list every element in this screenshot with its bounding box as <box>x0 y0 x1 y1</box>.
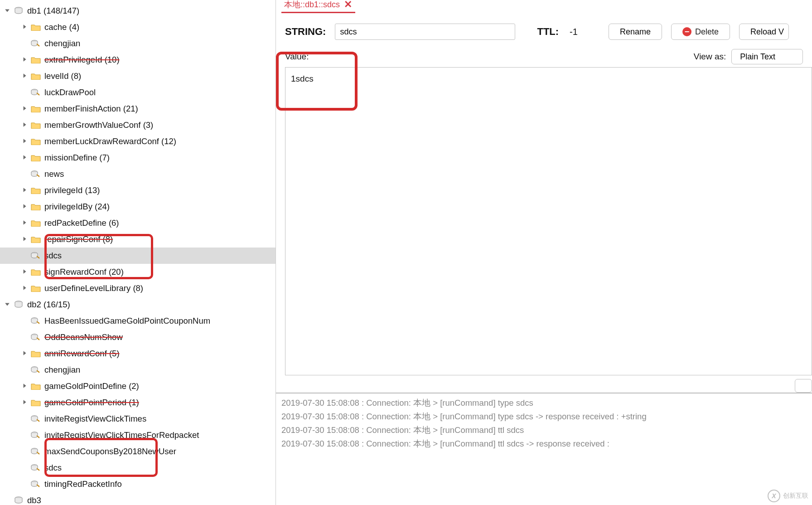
ttl-value: -1 <box>570 27 578 37</box>
tree-key[interactable]: news <box>0 166 276 182</box>
tree-key[interactable]: sdcs <box>0 460 276 476</box>
tree-folder[interactable]: extraPrivilegeId (10) <box>0 52 276 68</box>
tree-folder[interactable]: gameGoldPointPeriod (1) <box>0 394 276 411</box>
chevron-right-icon[interactable] <box>22 204 28 210</box>
log-console[interactable]: 2019-07-30 15:08:08 : Connection: 本地 > [… <box>276 393 812 461</box>
chevron-right-icon <box>22 252 28 259</box>
key-icon <box>31 333 41 341</box>
chevron-right-icon <box>22 318 28 324</box>
chevron-right-icon[interactable] <box>22 269 28 275</box>
log-line: 2019-07-30 15:08:08 : Connection: 本地 > [… <box>281 423 807 437</box>
tree-item-label: repairSignConf (8) <box>44 234 113 244</box>
value-textarea[interactable]: 1sdcs <box>285 67 812 375</box>
tree-database[interactable]: db3 <box>0 492 276 505</box>
tree-folder[interactable]: missionDefine (7) <box>0 150 276 166</box>
chevron-right-icon[interactable] <box>22 350 28 357</box>
tree-folder[interactable]: cache (4) <box>0 19 276 35</box>
rename-button[interactable]: Rename <box>609 24 662 40</box>
tree-item-label: inviteRegistViewClickTimesForRedpacket <box>44 430 199 440</box>
chevron-right-icon[interactable] <box>22 155 28 161</box>
tree-folder[interactable]: memberGrowthValueConf (3) <box>0 117 276 133</box>
view-as-select[interactable]: Plain Text <box>731 49 803 64</box>
tree-folder[interactable]: repairSignConf (8) <box>0 231 276 248</box>
main-panel: 本地::db1::sdcs ✕ STRING: TTL: -1 Rename −… <box>276 0 812 505</box>
folder-icon <box>31 284 41 292</box>
tree-item-label: db3 <box>27 495 41 505</box>
chevron-right-icon[interactable] <box>22 220 28 226</box>
chevron-right-icon[interactable] <box>22 138 28 145</box>
tree-item-label: db1 (148/147) <box>27 6 79 16</box>
close-icon[interactable]: ✕ <box>343 0 353 9</box>
tree-folder[interactable]: gameGoldPointDefine (2) <box>0 378 276 394</box>
folder-icon <box>31 235 41 243</box>
tree-key[interactable]: maxSendCouponsBy2018NewUser <box>0 443 276 460</box>
chevron-right-icon[interactable] <box>22 236 28 243</box>
chevron-right-icon[interactable] <box>22 24 28 30</box>
tree-folder[interactable]: userDefineLevelLibrary (8) <box>0 280 276 296</box>
tree-item-label: maxSendCouponsBy2018NewUser <box>44 447 176 456</box>
chevron-right-icon[interactable] <box>22 73 28 79</box>
tab-active[interactable]: 本地::db1::sdcs ✕ <box>281 0 355 13</box>
reload-button[interactable]: Reload V <box>739 24 789 40</box>
chevron-down-icon[interactable] <box>5 8 11 14</box>
tree-key[interactable]: inviteRegistViewClickTimes <box>0 411 276 427</box>
tree-item-label: db2 (16/15) <box>27 300 70 310</box>
sidebar-tree[interactable]: db1 (148/147)cache (4)chengjianextraPriv… <box>0 0 276 505</box>
tree-item-label: signRewardConf (20) <box>44 267 124 277</box>
tree-item-label: news <box>44 169 64 179</box>
chevron-right-icon <box>22 367 28 373</box>
tree-key[interactable]: timingRedPacketInfo <box>0 476 276 492</box>
key-icon <box>31 170 41 178</box>
chevron-right-icon[interactable] <box>22 399 28 406</box>
ttl-label: TTL: <box>537 26 559 38</box>
tree-item-label: OddBeansNumShow <box>44 332 123 342</box>
key-icon <box>31 447 41 456</box>
tree-key[interactable]: chengjian <box>0 35 276 52</box>
delete-button[interactable]: − Delete <box>671 24 730 40</box>
tree-folder[interactable]: memberLuckDrawRewardConf (12) <box>0 133 276 150</box>
chevron-right-icon <box>22 40 28 47</box>
tree-item-label: extraPrivilegeId (10) <box>44 55 120 65</box>
folder-icon <box>31 154 41 162</box>
tree-key[interactable]: luckDrawPool <box>0 84 276 101</box>
chevron-right-icon[interactable] <box>5 497 11 504</box>
tree-database[interactable]: db2 (16/15) <box>0 296 276 313</box>
tree-folder[interactable]: privilegeId (13) <box>0 182 276 199</box>
key-name-input[interactable] <box>335 24 515 40</box>
folder-icon <box>31 350 41 358</box>
chevron-right-icon[interactable] <box>22 57 28 63</box>
tree-item-label: sdcs <box>44 463 62 473</box>
tree-folder[interactable]: privilegeIdBy (24) <box>0 199 276 215</box>
tree-key[interactable]: sdcs <box>0 248 276 264</box>
key-icon <box>31 415 41 423</box>
tree-folder[interactable]: redPacketDefine (6) <box>0 215 276 231</box>
tree-item-label: redPacketDefine (6) <box>44 218 119 228</box>
tree-folder[interactable]: levelId (8) <box>0 68 276 84</box>
tree-key[interactable]: OddBeansNumShow <box>0 329 276 345</box>
tree-database[interactable]: db1 (148/147) <box>0 3 276 19</box>
tree-folder[interactable]: anniRewardConf (5) <box>0 345 276 362</box>
folder-icon <box>31 56 41 64</box>
key-toolbar: STRING: TTL: -1 Rename − Delete Reload V <box>276 15 812 43</box>
tree-key[interactable]: chengjian <box>0 362 276 378</box>
folder-icon <box>31 268 41 276</box>
small-action-button[interactable] <box>795 379 812 393</box>
log-line: 2019-07-30 15:08:08 : Connection: 本地 > [… <box>281 396 807 410</box>
key-icon <box>31 39 41 48</box>
watermark-text: 创新互联 <box>783 492 808 500</box>
chevron-right-icon[interactable] <box>22 285 28 291</box>
tree-key[interactable]: inviteRegistViewClickTimesForRedpacket <box>0 427 276 443</box>
chevron-right-icon[interactable] <box>22 187 28 194</box>
tree-folder[interactable]: memberFinishAction (21) <box>0 101 276 117</box>
key-icon <box>31 366 41 374</box>
chevron-right-icon[interactable] <box>22 122 28 128</box>
tree-item-label: inviteRegistViewClickTimes <box>44 414 146 424</box>
tab-bar: 本地::db1::sdcs ✕ <box>276 0 812 15</box>
tree-key[interactable]: HasBeenIssuedGameGoldPointCouponNum <box>0 313 276 329</box>
watermark: X 创新互联 <box>768 490 808 502</box>
chevron-right-icon <box>22 465 28 471</box>
chevron-down-icon[interactable] <box>5 301 11 308</box>
tree-folder[interactable]: signRewardConf (20) <box>0 264 276 280</box>
chevron-right-icon[interactable] <box>22 106 28 112</box>
chevron-right-icon[interactable] <box>22 383 28 389</box>
